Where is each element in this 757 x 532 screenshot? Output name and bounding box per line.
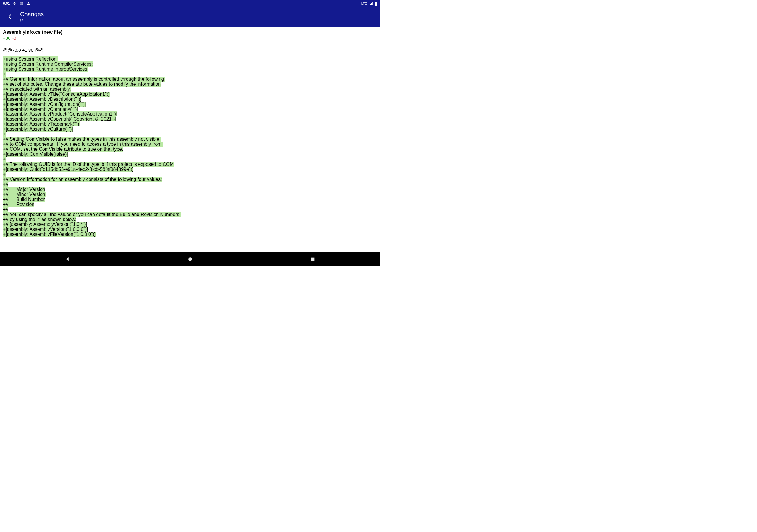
battery-icon [375,1,377,6]
diff-line: +// Setting ComVisible to false makes th… [3,137,377,142]
nav-recent-button[interactable] [307,253,319,265]
additions-count: +36 [3,36,10,41]
diff-line: +[assembly: AssemblyConfiguration("")] [3,102,377,107]
diff-line: +// Major Version [3,187,377,192]
diff-line: +// Minor Version [3,192,377,197]
page-subtitle: !2 [20,18,44,23]
svg-rect-3 [376,1,377,2]
diff-line: +using System.Runtime.CompilerServices; [3,62,377,67]
status-time: 6:01 [3,1,10,6]
diff-line: +using System.Runtime.InteropServices; [3,67,377,72]
diff-line: +// Build Number [3,197,377,202]
diff-line: +// Revision [3,202,377,207]
diff-line: +[assembly: AssemblyDescription("")] [3,97,377,102]
diff-line: + [3,172,377,177]
svg-rect-5 [311,258,315,261]
nav-back-button[interactable] [62,253,73,265]
diff-line: +[assembly: ComVisible(false)] [3,152,377,157]
page-title: Changes [20,11,44,18]
diff-line: +// COM, set the ComVisible attribute to… [3,147,377,152]
diff-line: +// to COM components. If you need to ac… [3,142,377,147]
diff-line: +// You can specify all the values or yo… [3,212,377,217]
svg-rect-2 [375,2,377,6]
diff-body: +using System.Reflection;+using System.R… [3,57,377,237]
diff-line: +[assembly: AssemblyTitle("ConsoleApplic… [3,92,377,97]
diff-line: +[assembly: AssemblyProduct("ConsoleAppl… [3,112,377,117]
diff-line: + [3,72,377,77]
triangle-back-icon [65,256,70,262]
mail-icon [19,2,23,5]
diff-line: +[assembly: AssemblyCompany("")] [3,107,377,112]
signal-icon [369,1,373,6]
diff-line: +// Version information for an assembly … [3,177,377,182]
arrow-back-icon [7,13,14,20]
back-button[interactable] [4,10,18,24]
diff-line: +// [3,207,377,212]
svg-point-4 [188,257,192,261]
diff-line: +// [assembly: AssemblyVersion("1.0.*")] [3,222,377,227]
diff-line: +// The following GUID is for the ID of … [3,162,377,167]
warning-icon [26,1,30,6]
svg-rect-0 [14,5,15,5]
diff-line: +[assembly: AssemblyCopyright("Copyright… [3,117,377,122]
nav-home-button[interactable] [184,253,196,265]
diff-line: +[assembly: AssemblyCulture("")] [3,127,377,132]
diff-line: +[assembly: AssemblyVersion("1.0.0.0")] [3,227,377,232]
diff-line: + [3,132,377,137]
network-label: LTE [361,2,367,5]
diff-line: +[assembly: AssemblyTrademark("")] [3,122,377,127]
nav-bar [0,252,380,266]
file-name: AssemblyInfo.cs (new file) [3,30,377,35]
deletions-count: -0 [13,36,16,41]
hunk-header: @@ -0,0 +1,36 @@ [3,47,377,53]
diff-line: +// by using the '*' as shown below: [3,217,377,222]
diff-stats: +36 -0 [3,36,377,41]
diff-line: +// set of attributes. Change these attr… [3,82,377,87]
location-icon [13,2,16,5]
diff-line: +[assembly: AssemblyFileVersion("1.0.0.0… [3,232,377,237]
app-bar: Changes !2 [0,7,380,27]
diff-line: +// General Information about an assembl… [3,77,377,82]
status-bar: 6:01 LTE [0,0,380,7]
diff-line: +// associated with an assembly. [3,87,377,92]
circle-home-icon [188,256,193,262]
diff-line: +[assembly: Guid("c115db53-e91a-4eb2-8fc… [3,167,377,172]
diff-content[interactable]: AssemblyInfo.cs (new file) +36 -0 @@ -0,… [0,27,380,252]
diff-line: + [3,157,377,162]
diff-line: +using System.Reflection; [3,57,377,62]
diff-line: +// [3,182,377,187]
square-recent-icon [311,257,315,262]
